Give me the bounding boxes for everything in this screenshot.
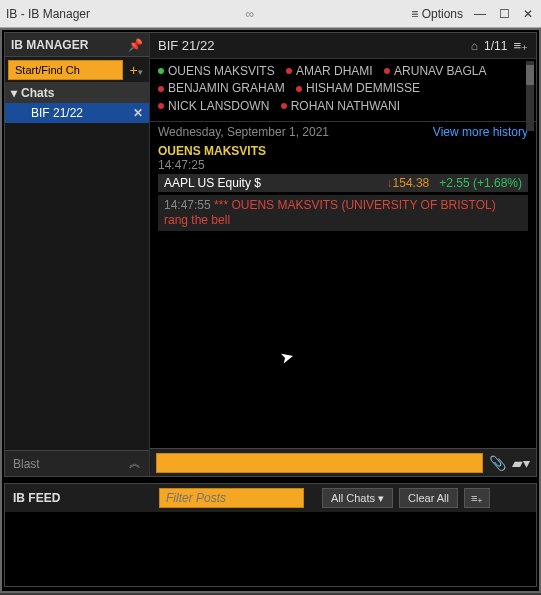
all-chats-dropdown[interactable]: All Chats▾ bbox=[322, 488, 393, 508]
maximize-button[interactable]: ☐ bbox=[497, 7, 511, 21]
close-button[interactable]: ✕ bbox=[521, 7, 535, 21]
ticker-symbol: AAPL US Equity $ bbox=[164, 176, 261, 190]
ticker-change: +2.55 (+1.68%) bbox=[439, 176, 522, 190]
participant[interactable]: NICK LANSDOWN bbox=[158, 98, 269, 115]
chats-tree-header[interactable]: ▾Chats bbox=[5, 83, 149, 103]
status-dot-offline bbox=[384, 68, 390, 74]
participant[interactable]: ROHAN NATHWANI bbox=[281, 98, 400, 115]
window-titlebar: IB - IB Manager ∞ ≡ Options — ☐ ✕ bbox=[0, 0, 541, 28]
chat-item-label: BIF 21/22 bbox=[31, 106, 83, 120]
message-sender: OUENS MAKSVITS bbox=[158, 144, 528, 158]
send-icon[interactable]: ▰▾ bbox=[512, 455, 530, 471]
chat-close-icon[interactable]: ✕ bbox=[133, 106, 143, 120]
feed-menu-icon[interactable]: ≡₊ bbox=[464, 488, 490, 508]
message-input[interactable] bbox=[156, 453, 483, 473]
feed-title: IB FEED bbox=[13, 491, 153, 505]
ib-feed-panel: IB FEED All Chats▾ Clear All ≡₊ bbox=[4, 483, 537, 587]
status-dot-offline bbox=[286, 68, 292, 74]
ticker-price: ↓154.38 bbox=[387, 176, 430, 190]
filter-posts-input[interactable] bbox=[159, 488, 304, 508]
participant[interactable]: BENJAMIN GRAHAM bbox=[158, 80, 285, 97]
status-dot-offline bbox=[158, 86, 164, 92]
titlebar-center: ∞ bbox=[90, 7, 411, 21]
options-menu[interactable]: ≡ Options bbox=[411, 7, 463, 21]
message-input-row: 📎 ▰▾ bbox=[150, 448, 536, 476]
start-find-button[interactable]: Start/Find Ch bbox=[8, 60, 123, 80]
participant[interactable]: ARUNAV BAGLA bbox=[384, 63, 486, 80]
caret-down-icon: ▾ bbox=[11, 86, 17, 100]
pin-icon[interactable]: 📌 bbox=[128, 38, 143, 52]
message-time: 14:47:25 bbox=[158, 158, 528, 172]
chat-panel: BIF 21/22 ⌂ 1/11 ≡₊ OUENS MAKSVITS AMAR … bbox=[150, 33, 536, 476]
minimize-button[interactable]: — bbox=[473, 7, 487, 21]
bell-time: 14:47:55 bbox=[164, 198, 211, 212]
feed-header: IB FEED All Chats▾ Clear All ≡₊ bbox=[5, 484, 536, 512]
bell-text: *** OUENS MAKSVITS (UNIVERSITY OF BRISTO… bbox=[164, 198, 496, 227]
scrollbar-thumb[interactable] bbox=[526, 65, 534, 85]
sidebar: IB MANAGER 📌 Start/Find Ch +▾ ▾Chats BIF… bbox=[5, 33, 150, 476]
sidebar-title: IB MANAGER bbox=[11, 38, 88, 52]
participants-row: OUENS MAKSVITS AMAR DHAMI ARUNAV BAGLA B… bbox=[150, 59, 536, 122]
chat-title: BIF 21/22 bbox=[158, 38, 214, 53]
clear-all-button[interactable]: Clear All bbox=[399, 488, 458, 508]
bell-event-row: 14:47:55 *** OUENS MAKSVITS (UNIVERSITY … bbox=[158, 195, 528, 231]
chevron-down-icon: ▾ bbox=[378, 492, 384, 505]
status-dot-offline bbox=[281, 103, 287, 109]
feed-body bbox=[5, 512, 536, 586]
ticker-row[interactable]: AAPL US Equity $ ↓154.38 +2.55 (+1.68%) bbox=[158, 174, 528, 192]
bell-icon: ⌂ bbox=[471, 39, 478, 53]
participant-counter[interactable]: ⌂ 1/11 bbox=[471, 39, 508, 53]
participant[interactable]: AMAR DHAMI bbox=[286, 63, 373, 80]
status-dot-offline bbox=[296, 86, 302, 92]
date-bar: Wednesday, September 1, 2021 View more h… bbox=[150, 122, 536, 142]
blast-row[interactable]: Blast ︽ bbox=[5, 450, 149, 476]
sidebar-spacer bbox=[5, 123, 149, 450]
participant[interactable]: OUENS MAKSVITS bbox=[158, 63, 275, 80]
sidebar-header: IB MANAGER 📌 bbox=[5, 33, 149, 57]
chat-menu-icon[interactable]: ≡₊ bbox=[513, 38, 528, 53]
chat-item-active[interactable]: BIF 21/22 ✕ bbox=[5, 103, 149, 123]
chevron-up-icon: ︽ bbox=[129, 455, 141, 472]
attach-icon[interactable]: 📎 bbox=[489, 455, 506, 471]
participant[interactable]: HISHAM DEMMISSE bbox=[296, 80, 420, 97]
chat-header: BIF 21/22 ⌂ 1/11 ≡₊ bbox=[150, 33, 536, 59]
window-title: IB - IB Manager bbox=[6, 7, 90, 21]
status-dot-offline bbox=[158, 103, 164, 109]
blast-label: Blast bbox=[13, 457, 40, 471]
status-dot-online bbox=[158, 68, 164, 74]
date-label: Wednesday, September 1, 2021 bbox=[158, 125, 329, 139]
add-button[interactable]: +▾ bbox=[126, 62, 146, 78]
view-history-link[interactable]: View more history bbox=[433, 125, 528, 139]
message-area: OUENS MAKSVITS 14:47:25 AAPL US Equity $… bbox=[150, 142, 536, 449]
scrollbar[interactable] bbox=[526, 61, 534, 131]
